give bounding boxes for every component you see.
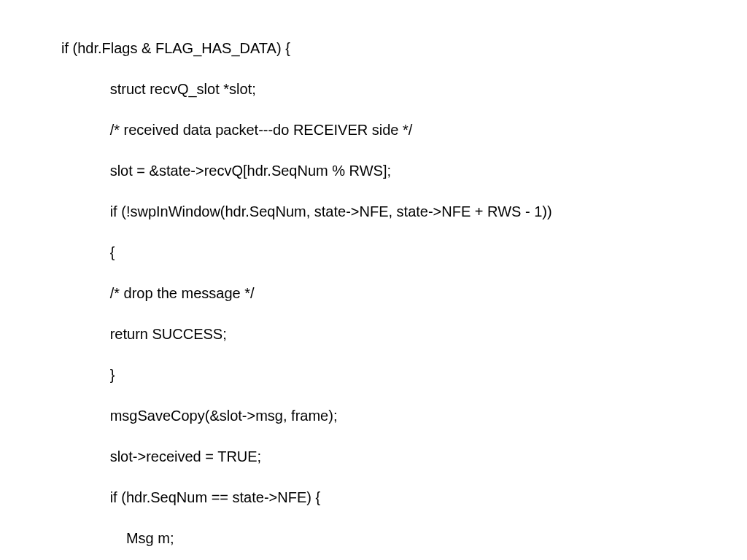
code-line: Msg m; bbox=[61, 528, 747, 548]
code-line: if (hdr.Flags & FLAG_HAS_DATA) { bbox=[61, 38, 747, 58]
code-line: /* drop the message */ bbox=[61, 283, 747, 303]
code-line: if (!swpInWindow(hdr.SeqNum, state->NFE,… bbox=[61, 201, 747, 222]
code-block: if (hdr.Flags & FLAG_HAS_DATA) { struct … bbox=[0, 0, 747, 560]
code-line: msgSaveCopy(&slot->msg, frame); bbox=[61, 405, 747, 426]
code-line: /* received data packet---do RECEIVER si… bbox=[61, 120, 747, 140]
code-line: return SUCCESS; bbox=[61, 324, 747, 344]
code-line: slot->received = TRUE; bbox=[61, 446, 747, 467]
code-line: struct recvQ_slot *slot; bbox=[61, 79, 747, 99]
code-line: } bbox=[61, 365, 747, 385]
code-line: if (hdr.SeqNum == state->NFE) { bbox=[61, 487, 747, 508]
code-line: slot = &state->recvQ[hdr.SeqNum % RWS]; bbox=[61, 160, 747, 181]
code-line: { bbox=[61, 242, 747, 262]
